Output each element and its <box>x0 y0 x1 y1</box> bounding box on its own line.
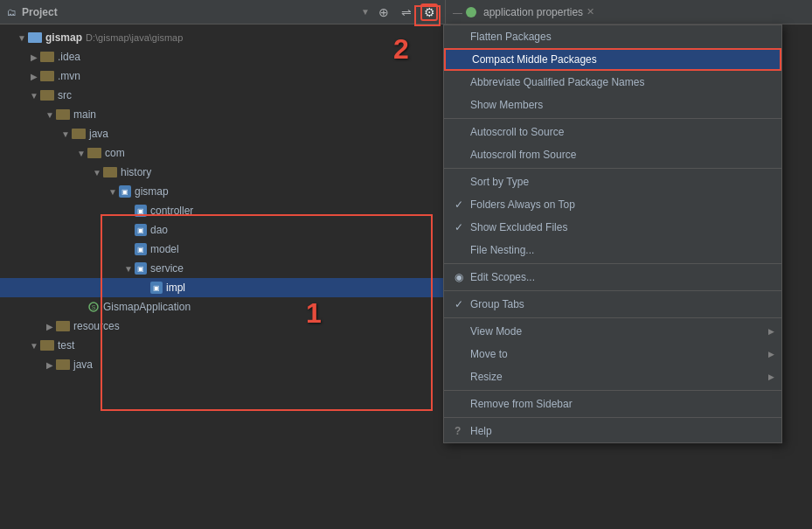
menu-edit-scopes[interactable]: ◉ Edit Scopes... <box>444 266 781 289</box>
label-gismap2: gismap <box>135 185 169 198</box>
layout-button[interactable]: ⇌ <box>398 3 415 21</box>
tree-item-controller[interactable]: ▶ ▣ controller <box>0 201 446 220</box>
label-main: main <box>73 108 96 121</box>
menu-resize[interactable]: Resize <box>444 365 781 388</box>
menu-abbreviate[interactable]: Abbreviate Qualified Package Names <box>444 71 781 94</box>
pkg-icon-model: ▣ <box>135 243 147 255</box>
menu-remove-sidebar[interactable]: Remove from Sidebar <box>444 393 781 415</box>
label-view-mode: View Mode <box>470 325 771 338</box>
arrow-mvn: ▶ <box>28 72 40 81</box>
tree-item-com[interactable]: ▼ com <box>0 143 446 163</box>
menu-group-tabs[interactable]: ✓ Group Tabs <box>444 293 781 316</box>
sep2 <box>444 168 781 169</box>
project-tree-panel: ▼ gismap D:\gismap\java\gismap ▶ .idea ▶… <box>0 24 446 529</box>
tree-item-idea[interactable]: ▶ .idea <box>0 47 446 66</box>
label-abbreviate: Abbreviate Qualified Package Names <box>470 76 771 88</box>
label-resources: resources <box>73 320 120 332</box>
label-dao: dao <box>150 224 168 236</box>
tree-item-test[interactable]: ▼ test <box>0 336 446 355</box>
menu-show-members[interactable]: Show Members <box>444 94 781 116</box>
pkg-icon-impl: ▣ <box>150 282 163 294</box>
folder-icon-test <box>40 340 54 351</box>
menu-file-nesting[interactable]: File Nesting... <box>444 239 781 261</box>
arrow-com: ▼ <box>75 149 87 158</box>
folder-icon-mvn <box>40 71 54 81</box>
radio-edit-scopes: ◉ <box>455 271 470 283</box>
menu-autoscroll-to[interactable]: Autoscroll to Source <box>444 121 781 143</box>
file-icon-gismapapp: S <box>87 301 100 313</box>
dropdown-arrow: ▼ <box>361 7 370 17</box>
scope-button[interactable]: ⊕ <box>375 3 392 21</box>
sep4 <box>444 290 781 291</box>
menu-sort-type[interactable]: Sort by Type <box>444 171 781 193</box>
label-remove-sidebar: Remove from Sidebar <box>470 398 771 410</box>
gear-button[interactable]: ⚙ <box>420 3 438 21</box>
menu-autoscroll-from[interactable]: Autoscroll from Source <box>444 143 781 166</box>
arrow-history: ▼ <box>91 168 103 177</box>
label-test: test <box>58 339 74 352</box>
label-file-nesting: File Nesting... <box>470 244 771 256</box>
folder-icon-resources <box>56 321 70 331</box>
tree-item-java2[interactable]: ▶ java <box>0 355 446 374</box>
tab-close-btn[interactable]: ✕ <box>586 6 594 17</box>
sep3 <box>444 263 781 264</box>
tree-container[interactable]: ▼ gismap D:\gismap\java\gismap ▶ .idea ▶… <box>0 24 446 529</box>
menu-flatten-packages[interactable]: Flatten Packages <box>444 25 781 48</box>
folder-icon-root <box>28 32 42 43</box>
panel-title: Project <box>22 6 58 18</box>
menu-show-excluded[interactable]: ✓ Show Excluded Files <box>444 216 781 239</box>
tree-item-model[interactable]: ▶ ▣ model <box>0 240 446 259</box>
folder-icon-src <box>40 90 54 101</box>
tree-item-mvn[interactable]: ▶ .mvn <box>0 66 446 86</box>
pkg-icon-dao: ▣ <box>135 224 147 236</box>
label-resize: Resize <box>470 371 771 383</box>
menu-help[interactable]: ? Help <box>444 420 781 442</box>
menu-move-to[interactable]: Move to <box>444 343 781 365</box>
root-path: D:\gismap\java\gismap <box>86 32 183 43</box>
arrow-src: ▼ <box>28 91 40 101</box>
arrow-resources: ▶ <box>44 322 56 331</box>
label-idea: .idea <box>58 51 80 63</box>
tree-item-gismapapp[interactable]: ▶ S GismapApplication <box>0 297 446 317</box>
menu-compact-packages[interactable]: Compact Middle Packages <box>444 48 781 71</box>
pkg-icon-controller: ▣ <box>135 205 147 217</box>
root-label: gismap <box>45 31 82 44</box>
folder-icon-history <box>103 167 117 177</box>
tree-item-gismap2[interactable]: ▼ ▣ gismap <box>0 182 446 201</box>
label-folders-top: Folders Always on Top <box>470 198 771 211</box>
menu-folders-top[interactable]: ✓ Folders Always on Top <box>444 193 781 216</box>
arrow-main: ▼ <box>44 110 56 120</box>
sep6 <box>444 390 781 391</box>
label-impl: impl <box>166 282 185 294</box>
tree-item-resources[interactable]: ▶ resources <box>0 317 446 336</box>
menu-view-mode[interactable]: View Mode <box>444 320 781 343</box>
tree-item-java[interactable]: ▼ java <box>0 124 446 143</box>
pkg-icon-service: ▣ <box>135 262 147 275</box>
arrow-java: ▼ <box>59 129 72 139</box>
label-flatten: Flatten Packages <box>470 31 771 43</box>
label-edit-scopes: Edit Scopes... <box>470 271 771 283</box>
folder-icon-main <box>56 109 70 120</box>
arrow-idea: ▶ <box>28 52 40 62</box>
tree-item-impl[interactable]: ▶ ▣ impl <box>0 278 446 297</box>
sep1 <box>444 118 781 119</box>
arrow-root: ▼ <box>16 33 28 43</box>
number-2: 2 <box>393 33 409 66</box>
tree-item-history[interactable]: ▼ history <box>0 163 446 182</box>
label-help: Help <box>470 425 771 437</box>
tree-item-root[interactable]: ▼ gismap D:\gismap\java\gismap <box>0 28 446 47</box>
sep7 <box>444 417 781 418</box>
tab-app-properties[interactable]: application properties <box>483 6 583 18</box>
tab-bar: 🗂 Project ▼ ⊕ ⇌ ⚙ — application properti… <box>0 0 812 24</box>
check-show-excluded: ✓ <box>455 221 470 233</box>
svg-text:S: S <box>92 304 96 310</box>
number-1: 1 <box>306 297 322 330</box>
pkg-icon-gismap: ▣ <box>119 185 131 198</box>
tree-item-service[interactable]: ▼ ▣ service <box>0 259 446 278</box>
label-autoscroll-from: Autoscroll from Source <box>470 149 771 161</box>
label-model: model <box>150 243 179 255</box>
tree-item-src[interactable]: ▼ src <box>0 86 446 105</box>
tree-item-main[interactable]: ▼ main <box>0 105 446 124</box>
label-controller: controller <box>150 205 193 217</box>
tree-item-dao[interactable]: ▶ ▣ dao <box>0 220 446 240</box>
